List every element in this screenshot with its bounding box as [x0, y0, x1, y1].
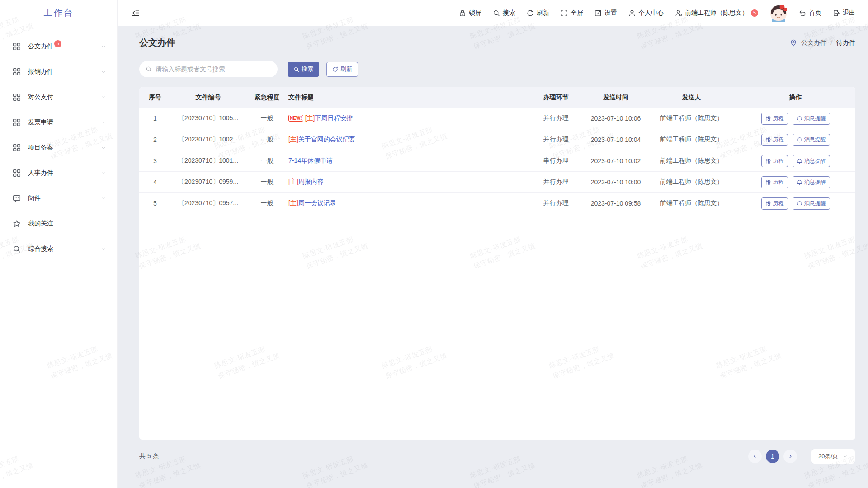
sender: 前端工程师（陈思文）: [647, 178, 736, 186]
header-action-label: 前端工程师（陈思文）: [685, 9, 748, 17]
header-action-user[interactable]: 前端工程师（陈思文）5: [675, 9, 758, 17]
sidebar-item-baoxiao[interactable]: 报销办件: [0, 59, 117, 84]
urgency-level: 一般: [245, 136, 288, 144]
header-actions: 锁屏搜索刷新全屏设置个人中心前端工程师（陈思文）5: [459, 4, 855, 22]
table-body: 1〔20230710〕1005...一般NEW![主]下周日程安排并行办理202…: [139, 108, 855, 214]
header-action-logout[interactable]: 退出: [833, 9, 855, 17]
table-row: 4〔20230710〕0959...一般[主]周报内容并行办理2023-07-1…: [139, 172, 855, 193]
search-toolbar: 搜索 刷新: [139, 61, 855, 77]
column-header: 发送时间: [584, 94, 647, 102]
sidebar-item-duigong[interactable]: 对公支付: [0, 84, 117, 110]
history-button[interactable]: 历程: [761, 113, 788, 125]
grid-icon: [12, 67, 21, 76]
sender: 前端工程师（陈思文）: [647, 136, 736, 144]
main-content: 公文办件 公文办件 / 待办件 搜索: [118, 26, 868, 488]
sliders-icon: [765, 158, 771, 164]
sender: 前端工程师（陈思文）: [647, 157, 736, 165]
table-row: 3〔20230710〕1001...一般7-14年休假申请串行办理2023-07…: [139, 150, 855, 172]
process-step: 并行办理: [528, 199, 584, 207]
bell-icon: [797, 116, 802, 122]
history-button[interactable]: 历程: [761, 134, 788, 146]
fullscreen-icon: [561, 9, 568, 17]
sidebar-item-label: 阅件: [28, 194, 41, 202]
sidebar-item-label: 发票申请: [28, 118, 53, 127]
doc-title-cell: [主]周一会议记录: [288, 199, 528, 207]
sidebar-menu: 公文办件5报销办件对公支付发票申请项目备案人事办件阅件我的关注综合搜索: [0, 26, 117, 262]
logout-label: 退出: [843, 9, 855, 17]
send-time: 2023-07-10 09:58: [584, 200, 647, 207]
notify-button[interactable]: 消息提醒: [793, 134, 830, 146]
grid-icon: [12, 42, 21, 51]
header-action-search[interactable]: 搜索: [493, 9, 515, 17]
lock-icon: [459, 9, 466, 17]
refresh-button[interactable]: 刷新: [326, 62, 358, 77]
row-actions: 历程消息提醒: [736, 197, 855, 210]
header-action-refresh[interactable]: 刷新: [527, 9, 549, 17]
doc-title-link[interactable]: 周一会议记录: [298, 199, 336, 206]
sidebar-item-yuejian[interactable]: 阅件: [0, 186, 117, 211]
file-number: 〔20230710〕0959...: [171, 178, 245, 186]
search-icon: [12, 244, 21, 253]
column-header: 紧急程度: [245, 94, 288, 102]
sidebar-item-label: 项目备案: [28, 144, 53, 152]
header-action-label: 全屏: [571, 9, 583, 17]
sidebar-item-label: 人事办件: [28, 169, 53, 177]
column-header: 文件标题: [288, 94, 528, 102]
process-step: 串行办理: [528, 157, 584, 165]
avatar[interactable]: [769, 4, 788, 22]
search-input[interactable]: [156, 66, 271, 73]
sidebar-item-gongwen[interactable]: 公文办件5: [0, 34, 117, 59]
doc-title-link[interactable]: 周报内容: [298, 178, 324, 185]
sidebar-collapse-button[interactable]: [131, 9, 139, 17]
breadcrumb-item[interactable]: 公文办件: [801, 39, 826, 47]
next-page-button[interactable]: [783, 450, 797, 463]
chevron-down-icon: [101, 246, 106, 252]
chevron-down-icon: [101, 44, 106, 49]
column-header: 文件编号: [171, 94, 245, 102]
sliders-icon: [765, 201, 771, 206]
total-count: 共 5 条: [139, 452, 159, 460]
header-action-settings[interactable]: 设置: [594, 9, 617, 17]
doc-title-link[interactable]: 下周日程安排: [315, 114, 353, 122]
sidebar-item-sousuo[interactable]: 综合搜索: [0, 236, 117, 262]
page-size-select[interactable]: 20条/页: [811, 449, 855, 464]
header-action-label: 锁屏: [469, 9, 481, 17]
sidebar-item-guanzhu[interactable]: 我的关注: [0, 211, 117, 236]
main-doc-tag: [主]: [288, 199, 298, 206]
current-page-button[interactable]: 1: [766, 450, 779, 463]
main-doc-tag: [主]: [288, 136, 298, 143]
history-button[interactable]: 历程: [761, 155, 788, 167]
history-button[interactable]: 历程: [761, 197, 788, 210]
history-button[interactable]: 历程: [761, 176, 788, 188]
header-action-profile[interactable]: 个人中心: [628, 9, 664, 17]
table-header-row: 序号文件编号紧急程度文件标题办理环节发送时间发送人操作: [139, 87, 855, 108]
doc-title-cell: [主]周报内容: [288, 178, 528, 186]
table-row: 2〔20230710〕1002...一般[主]关于官网的会议纪要并行办理2023…: [139, 129, 855, 150]
sliders-icon: [765, 179, 771, 185]
urgency-level: 一般: [245, 199, 288, 207]
row-index: 1: [139, 115, 171, 122]
notify-button[interactable]: 消息提醒: [793, 155, 830, 167]
search-button[interactable]: 搜索: [288, 62, 319, 77]
sidebar-item-label: 报销办件: [28, 68, 53, 76]
prev-page-button[interactable]: [748, 450, 762, 463]
process-step: 并行办理: [528, 114, 584, 122]
chevron-down-icon: [101, 145, 106, 150]
notify-button[interactable]: 消息提醒: [793, 197, 830, 210]
notify-button[interactable]: 消息提醒: [793, 113, 830, 125]
home-icon: [799, 9, 806, 17]
sidebar-item-fapiao[interactable]: 发票申请: [0, 110, 117, 135]
chevron-down-icon: [843, 454, 848, 459]
column-header: 发送人: [647, 94, 736, 102]
sliders-icon: [765, 116, 771, 122]
notify-button[interactable]: 消息提醒: [793, 176, 830, 188]
doc-title-cell: [主]关于官网的会议纪要: [288, 136, 528, 144]
header-action-home[interactable]: 首页: [799, 9, 821, 17]
sidebar-item-renshi[interactable]: 人事办件: [0, 160, 117, 186]
doc-title-link[interactable]: 7-14年休假申请: [288, 157, 333, 164]
sender: 前端工程师（陈思文）: [647, 199, 736, 207]
header-action-fullscreen[interactable]: 全屏: [561, 9, 583, 17]
sidebar-item-xiangmu[interactable]: 项目备案: [0, 135, 117, 160]
header-action-lock[interactable]: 锁屏: [459, 9, 481, 17]
doc-title-link[interactable]: 关于官网的会议纪要: [298, 136, 355, 143]
